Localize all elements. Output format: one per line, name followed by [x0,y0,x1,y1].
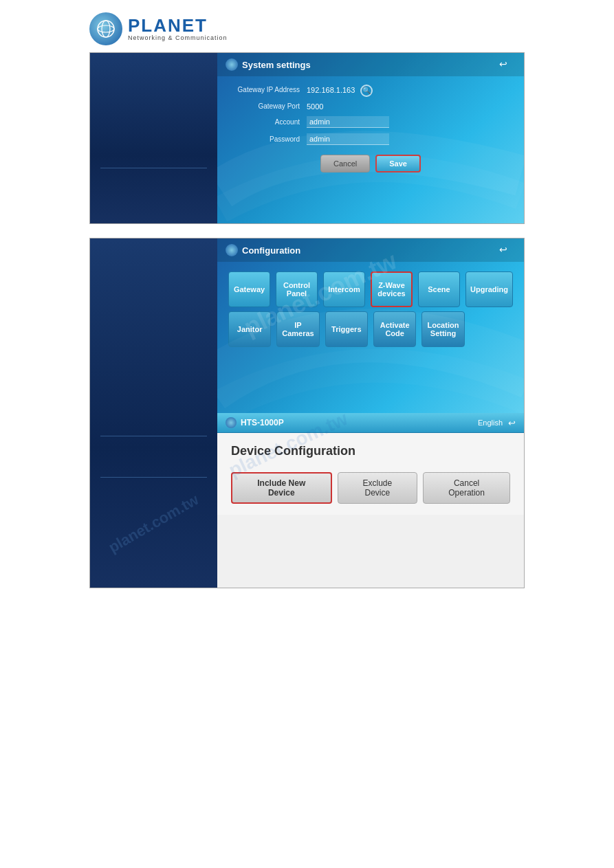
brand-name: PLANET [128,16,228,34]
hts-body: Device Configuration Include New Device … [217,433,524,515]
sidebar-divider-2 [100,436,207,436]
config-btn-activate-code[interactable]: Activate Code [373,311,416,347]
config-btn-empty [470,311,513,347]
config-title: Configuration [242,245,499,256]
panel1: System settings ↩ Gateway IP Address 192… [89,52,525,224]
hts-header-icon [226,417,237,428]
sys-row-gateway-port: Gateway Port 5000 [231,102,510,111]
config-btn-zwave[interactable]: Z-Wave devices [371,271,413,307]
logo-text: PLANET Networking & Communication [128,16,228,41]
system-settings-panel: System settings ↩ Gateway IP Address 192… [217,53,524,223]
config-back-btn[interactable]: ↩ [499,244,516,256]
panel1-sidebar [90,53,217,223]
config-btn-triggers[interactable]: Triggers [325,311,368,347]
sys-header-icon [226,58,238,71]
sys-row-account: Account [231,116,510,128]
config-header-icon [226,244,238,256]
logo-icon [89,12,122,45]
search-icon-gateway[interactable]: 🔍 [360,83,373,97]
label-gateway-port: Gateway Port [231,102,307,110]
sidebar-divider [100,168,207,168]
svg-point-1 [102,21,110,37]
sys-settings-title: System settings [242,60,499,70]
label-account: Account [231,118,307,126]
config-btn-intercom[interactable]: Intercom [323,271,365,307]
sys-back-btn[interactable]: ↩ [499,58,516,71]
config-buttons-row1: Gateway Control Panel Intercom Z-Wave de… [217,262,524,311]
hts-language: English [478,419,503,427]
save-button[interactable]: Save [375,155,421,173]
device-config-buttons: Include New Device Exclude Device Cancel… [231,472,510,504]
value-gateway-ip: 192.168.1.163 [307,86,355,94]
value-gateway-port: 5000 [307,102,323,111]
sys-action-buttons: Cancel Save [231,155,510,173]
config-btn-location-setting[interactable]: Location Setting [421,311,464,347]
label-gateway-ip: Gateway IP Address [231,86,307,93]
include-new-device-btn[interactable]: Include New Device [231,472,332,504]
cancel-button[interactable]: Cancel [320,155,370,173]
panel2-sidebar: planet.com.tw [90,238,217,588]
config-btn-upgrading[interactable]: Upgrading [465,271,513,307]
hts-header: HTS-1000P English ↩ [217,413,524,433]
config-btn-scene[interactable]: Scene [418,271,460,307]
config-btn-control-panel[interactable]: Control Panel [276,271,318,307]
hts-panel: planet.com.tw HTS-1000P English ↩ Device… [217,413,524,588]
label-password: Password [231,135,307,143]
svg-point-2 [98,25,114,32]
panel2: planet.com.tw planet.com.tw Configuratio… [89,238,525,588]
brand-sub: Networking & Communication [128,34,228,41]
config-header: Configuration ↩ [217,238,524,262]
input-password[interactable] [307,133,389,145]
input-account[interactable] [307,116,389,128]
hts-back-btn[interactable]: ↩ [508,418,516,428]
sidebar-watermark: planet.com.tw [89,480,219,566]
hts-title: HTS-1000P [241,418,478,427]
sys-form: Gateway IP Address 192.168.1.163 🔍 Gatew… [217,76,524,179]
config-btn-gateway[interactable]: Gateway [228,271,270,307]
svg-point-0 [98,21,114,37]
config-buttons-row2: Janitor IP Cameras Triggers Activate Cod… [217,311,524,357]
right-column: planet.com.tw Configuration ↩ Gateway Co… [217,238,524,588]
sys-row-password: Password [231,133,510,145]
device-config-title: Device Configuration [231,444,510,458]
exclude-device-btn[interactable]: Exclude Device [338,472,418,504]
sidebar-divider-3 [100,477,207,478]
configuration-panel: planet.com.tw Configuration ↩ Gateway Co… [217,238,524,413]
sys-row-gateway-ip: Gateway IP Address 192.168.1.163 🔍 [231,83,510,97]
logo-area: PLANET Networking & Communication [0,0,614,52]
cancel-operation-btn[interactable]: Cancel Operation [423,472,510,504]
config-btn-janitor[interactable]: Janitor [228,311,271,347]
config-btn-ip-cameras[interactable]: IP Cameras [276,311,319,347]
sys-settings-header: System settings ↩ [217,53,524,76]
